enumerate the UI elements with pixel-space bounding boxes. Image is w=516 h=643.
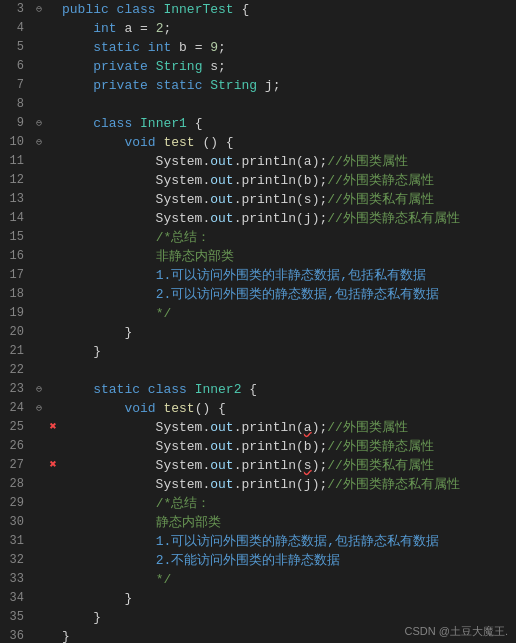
code-content: } [60,589,516,608]
code-segment: System. [62,154,210,169]
code-segment: test [163,135,194,150]
code-segment: } [62,629,70,643]
line-number: 28 [0,475,32,494]
code-segment: System. [62,192,210,207]
code-segment: void [124,135,163,150]
code-segment [62,401,124,416]
fold-icon[interactable]: ⊖ [32,0,46,19]
code-segment: InnerTest [163,2,233,17]
code-segment: ); [312,458,328,473]
code-segment: */ [156,306,172,321]
line-number: 10 [0,133,32,152]
fold-icon[interactable]: ⊖ [32,133,46,152]
code-segment [62,40,93,55]
code-line: 3⊖public class InnerTest { [0,0,516,19]
code-content: System.out.println(a);//外围类属性 [60,418,516,437]
line-number: 25 [0,418,32,437]
error-icon: ✖ [46,456,60,475]
code-segment [62,534,156,549]
line-number: 26 [0,437,32,456]
code-line: 30 静态内部类 [0,513,516,532]
code-content: } [60,323,516,342]
code-content: System.out.println(j);//外围类静态私有属性 [60,475,516,494]
line-number: 15 [0,228,32,247]
code-segment: out [210,458,233,473]
line-number: 22 [0,361,32,380]
code-segment: a = [117,21,156,36]
fold-icon[interactable]: ⊖ [32,399,46,418]
code-content: class Inner1 { [60,114,516,133]
line-number: 9 [0,114,32,133]
code-content: void test() { [60,399,516,418]
code-segment: a [304,420,312,435]
code-segment: j; [257,78,280,93]
code-segment [62,287,156,302]
code-segment [62,21,93,36]
code-segment: void [124,401,163,416]
fold-icon[interactable]: ⊖ [32,114,46,133]
code-segment: String [210,78,257,93]
code-line: 10⊖ void test () { [0,133,516,152]
code-segment [62,135,124,150]
line-number: 19 [0,304,32,323]
code-segment: .println( [234,420,304,435]
line-number: 13 [0,190,32,209]
code-segment: static [93,382,148,397]
code-segment: /*总结： [156,496,211,511]
code-segment: static [93,40,148,55]
line-number: 31 [0,532,32,551]
code-segment: class [148,382,195,397]
code-segment: } [62,610,101,625]
code-segment: Inner1 [140,116,187,131]
line-number: 24 [0,399,32,418]
code-segment [62,306,156,321]
code-segment: .println( [234,458,304,473]
code-line: 29 /*总结： [0,494,516,513]
code-segment: () { [195,401,226,416]
code-segment: //外围类静态属性 [327,173,434,188]
code-segment: out [210,192,233,207]
code-segment: int [93,21,116,36]
code-segment: */ [156,572,172,587]
code-line: 17 1.可以访问外围类的非静态数据,包括私有数据 [0,266,516,285]
code-line: 24⊖ void test() { [0,399,516,418]
code-segment: //外围类属性 [327,154,408,169]
code-segment: } [62,344,101,359]
code-line: 6 private String s; [0,57,516,76]
code-segment: class [117,2,164,17]
code-line: 22 [0,361,516,380]
code-segment: //外围类属性 [327,420,408,435]
code-segment: Inner2 [195,382,242,397]
line-number: 8 [0,95,32,114]
code-line: 16 非静态内部类 [0,247,516,266]
code-content: System.out.println(s);//外围类私有属性 [60,456,516,475]
code-content: System.out.println(s);//外围类私有属性 [60,190,516,209]
fold-icon[interactable]: ⊖ [32,380,46,399]
line-number: 14 [0,209,32,228]
line-number: 35 [0,608,32,627]
code-segment: .println(a); [234,154,328,169]
line-number: 29 [0,494,32,513]
code-segment [62,78,93,93]
code-line: 12 System.out.println(b);//外围类静态属性 [0,171,516,190]
code-line: 27✖ System.out.println(s);//外围类私有属性 [0,456,516,475]
line-number: 3 [0,0,32,19]
code-line: 33 */ [0,570,516,589]
code-content: } [60,342,516,361]
line-number: 17 [0,266,32,285]
line-number: 36 [0,627,32,643]
code-line: 11 System.out.println(a);//外围类属性 [0,152,516,171]
code-segment: out [210,439,233,454]
code-content: private static String j; [60,76,516,95]
code-content: /*总结： [60,494,516,513]
code-segment: s; [202,59,225,74]
code-segment [62,572,156,587]
code-content: 1.可以访问外围类的静态数据,包括静态私有数据 [60,532,516,551]
code-segment [62,59,93,74]
code-segment [62,496,156,511]
code-segment: //外围类私有属性 [327,192,434,207]
code-content: public class InnerTest { [60,0,516,19]
code-content: System.out.println(a);//外围类属性 [60,152,516,171]
code-content: */ [60,304,516,323]
code-segment: out [210,154,233,169]
